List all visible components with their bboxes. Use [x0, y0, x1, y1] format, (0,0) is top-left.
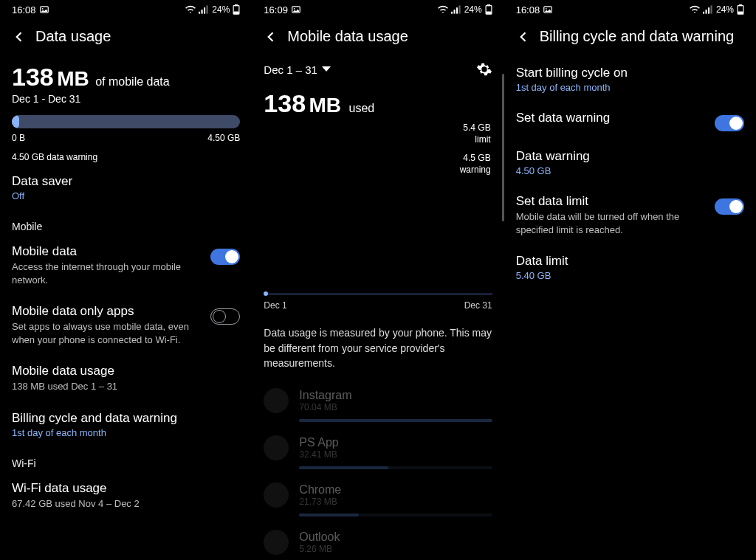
- mobile-usage-title: Mobile data usage: [12, 364, 240, 378]
- usage-progress-fill: [12, 115, 19, 128]
- svg-rect-13: [456, 7, 458, 13]
- data-saver-value: Off: [12, 190, 240, 201]
- svg-rect-26: [738, 12, 743, 13]
- app-row[interactable]: PS App 32.41 MB: [252, 426, 504, 463]
- panel-data-usage: 16:08 24% Data usage 138 MB of mobile da…: [0, 0, 252, 560]
- app-name: PS App: [299, 436, 492, 449]
- app-usage: 21.73 MB: [299, 497, 492, 507]
- total-usage: 138 MB used: [252, 86, 504, 118]
- app-icon: [264, 388, 289, 413]
- total-usage: 138 MB of mobile data: [0, 57, 252, 91]
- app-icon: [264, 435, 289, 460]
- status-bar: 16:08 24%: [504, 0, 756, 19]
- clock: 16:08: [12, 4, 36, 15]
- data-saver-item[interactable]: Data saver Off: [0, 165, 252, 210]
- back-icon[interactable]: [264, 30, 278, 44]
- app-list: Instagram 70.04 MB PS App 32.41 MB Chrom…: [252, 379, 504, 560]
- start-billing-item[interactable]: Start billing cycle on 1st day of each m…: [504, 57, 756, 102]
- svg-rect-8: [234, 12, 238, 13]
- used-label: used: [349, 102, 375, 114]
- only-apps-desc: Set apps to always use mobile data, even…: [12, 320, 202, 346]
- set-limit-title: Set data limit: [516, 194, 706, 209]
- svg-rect-12: [453, 10, 455, 14]
- only-apps-title: Mobile data only apps: [12, 304, 202, 319]
- billing-value: 1st day of each month: [12, 427, 240, 438]
- data-saver-title: Data saver: [12, 174, 240, 189]
- app-name: Instagram: [299, 389, 492, 402]
- data-limit-item[interactable]: Data limit 5.40 GB: [504, 245, 756, 290]
- chart-end: Dec 31: [464, 300, 492, 311]
- app-usage-bar: [299, 466, 492, 469]
- app-name: Outlook: [299, 530, 492, 544]
- svg-rect-5: [207, 5, 208, 13]
- svg-rect-20: [703, 12, 704, 14]
- wifi-icon: [690, 5, 700, 14]
- warning-note: 4.50 GB data warning: [0, 145, 252, 165]
- usage-chart: Dec 1 Dec 31: [264, 294, 492, 311]
- panel-billing-cycle: 16:08 24% Billing cycle and data warning…: [504, 0, 756, 560]
- progress-max: 4.50 GB: [207, 133, 240, 143]
- clock: 16:08: [516, 4, 540, 15]
- mobile-data-desc: Access the internet through your mobile …: [12, 260, 202, 286]
- mobile-only-apps-item[interactable]: Mobile data only apps Set apps to always…: [0, 295, 252, 355]
- svg-rect-3: [202, 10, 203, 14]
- wifi-icon: [185, 5, 196, 14]
- app-usage-bar: [299, 514, 492, 516]
- signal-icon: [703, 5, 713, 14]
- set-data-limit-item[interactable]: Set data limit Mobile data will be turne…: [504, 185, 756, 245]
- billing-cycle-item[interactable]: Billing cycle and data warning 1st day o…: [0, 402, 252, 447]
- svg-rect-21: [705, 10, 707, 14]
- back-icon[interactable]: [516, 30, 531, 44]
- set-warning-toggle[interactable]: [715, 115, 744, 131]
- svg-point-10: [294, 8, 295, 10]
- set-data-warning-item[interactable]: Set data warning: [504, 102, 756, 140]
- gear-icon[interactable]: [476, 61, 492, 77]
- mobile-data-toggle[interactable]: [210, 249, 240, 265]
- date-range-selector[interactable]: Dec 1 – 31: [264, 63, 331, 76]
- header: Mobile data usage: [252, 19, 504, 57]
- only-apps-toggle[interactable]: [210, 308, 240, 325]
- status-bar: 16:08 24%: [0, 0, 252, 19]
- start-billing-value: 1st day of each month: [516, 82, 744, 93]
- progress-min: 0 B: [12, 133, 25, 143]
- measurement-note: Data usage is measured by your phone. Th…: [252, 311, 504, 379]
- usage-unit: MB: [57, 67, 89, 90]
- image-icon: [543, 4, 553, 15]
- back-icon[interactable]: [12, 30, 27, 44]
- signal-icon: [451, 5, 461, 14]
- svg-point-1: [41, 8, 43, 10]
- date-range-label: Dec 1 – 31: [264, 63, 317, 76]
- app-row[interactable]: Instagram 70.04 MB: [252, 379, 504, 416]
- wifi-icon: [438, 5, 448, 14]
- set-warning-title: Set data warning: [516, 111, 706, 125]
- mobile-usage-desc: 138 MB used Dec 1 – 31: [12, 380, 240, 393]
- usage-progress: [12, 115, 240, 128]
- chart-start: Dec 1: [264, 300, 286, 311]
- mobile-usage-item[interactable]: Mobile data usage 138 MB used Dec 1 – 31: [0, 355, 252, 402]
- mobile-data-item[interactable]: Mobile data Access the internet through …: [0, 235, 252, 295]
- section-wifi: Wi-Fi: [0, 447, 252, 472]
- warning-label: warning: [264, 165, 490, 176]
- limit-stat: 5.4 GB limit: [252, 118, 504, 145]
- data-limit-title: Data limit: [516, 254, 744, 269]
- battery-icon: [485, 4, 492, 15]
- billing-title: Billing cycle and data warning: [12, 411, 240, 426]
- wifi-usage-item[interactable]: Wi-Fi data usage 67.42 GB used Nov 4 – D…: [0, 472, 252, 519]
- battery-icon: [233, 4, 240, 15]
- header: Data usage: [0, 19, 252, 57]
- battery-percent: 24%: [716, 4, 734, 15]
- set-limit-toggle[interactable]: [715, 198, 744, 215]
- app-icon: [264, 483, 289, 508]
- limit-label: limit: [264, 134, 490, 146]
- svg-rect-2: [199, 12, 200, 14]
- app-row[interactable]: Outlook 5.26 MB: [252, 521, 504, 558]
- usage-amount: 138: [12, 63, 54, 91]
- svg-rect-14: [458, 5, 460, 13]
- date-range: Dec 1 - Dec 31: [0, 91, 252, 111]
- data-warning-item[interactable]: Data warning 4.50 GB: [504, 140, 756, 185]
- app-row[interactable]: Chrome 21.73 MB: [252, 474, 504, 511]
- battery-icon: [737, 4, 744, 15]
- data-warning-title: Data warning: [516, 149, 744, 164]
- data-limit-value: 5.40 GB: [516, 270, 744, 281]
- battery-percent: 24%: [464, 4, 482, 15]
